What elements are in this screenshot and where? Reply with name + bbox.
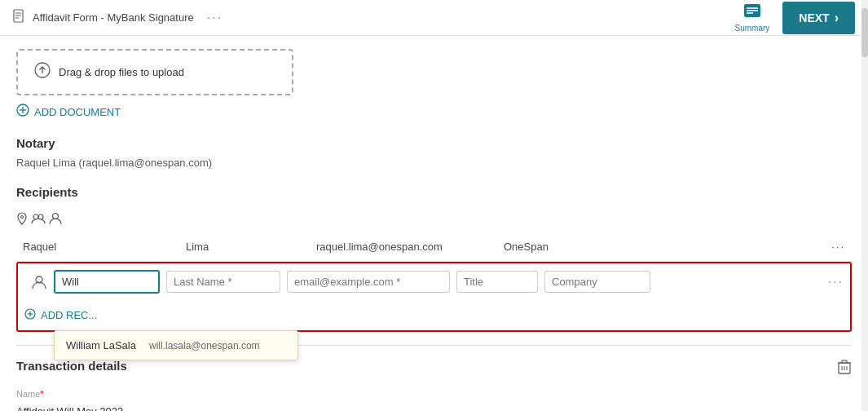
summary-label: Summary: [735, 24, 770, 33]
next-arrow-icon: ›: [835, 11, 839, 25]
autocomplete-item[interactable]: William LaSala will.lasala@onespan.com: [55, 331, 297, 360]
new-recipient-person-icon: [24, 275, 54, 289]
header: Affidavit Form - MyBank Signature ··· Su…: [0, 0, 868, 36]
summary-icon: [743, 3, 761, 22]
existing-recipient-row: Raquel Lima raquel.lima@onespan.com OneS…: [16, 232, 852, 262]
add-document-label: ADD DOCUMENT: [34, 106, 121, 118]
transaction-name-input[interactable]: [16, 402, 212, 411]
svg-point-13: [21, 216, 24, 219]
avatar-icon[interactable]: [49, 212, 62, 228]
transaction-header: Transaction details: [16, 359, 852, 379]
notary-section-title: Notary: [16, 136, 852, 150]
recipient-type-icons-row: [16, 206, 852, 232]
header-left: Affidavit Form - MyBank Signature ···: [13, 9, 223, 27]
add-recipient-button[interactable]: ADD REC...: [18, 300, 104, 330]
existing-company: OneSpan: [497, 241, 611, 253]
autocomplete-dropdown: William LaSala will.lasala@onespan.com: [54, 330, 298, 360]
new-recipient-last-name-input[interactable]: [166, 271, 280, 293]
existing-row-more-icon[interactable]: ···: [825, 241, 852, 253]
add-recipient-label: ADD REC...: [41, 309, 97, 321]
transaction-name-label: Name*: [16, 389, 852, 399]
location-pin-icon[interactable]: [16, 212, 28, 228]
autocomplete-email: will.lasala@onespan.com: [149, 340, 260, 351]
summary-button[interactable]: Summary: [729, 0, 777, 36]
transaction-name-field: Name*: [16, 389, 852, 411]
upload-text: Drag & drop files to upload: [59, 66, 184, 78]
existing-first-name: Raquel: [16, 241, 179, 253]
next-label: NEXT: [799, 11, 829, 24]
new-recipient-row: ···: [18, 263, 850, 300]
existing-email: raquel.lima@onespan.com: [310, 241, 497, 253]
notary-info: Raquel Lima (raquel.lima@onespan.com): [16, 157, 852, 169]
header-title: Affidavit Form - MyBank Signature: [33, 11, 194, 24]
upload-icon: [34, 62, 51, 82]
doc-icon: [13, 9, 26, 27]
header-right: Summary NEXT ›: [729, 0, 855, 36]
add-document-button[interactable]: ADD DOCUMENT: [16, 104, 121, 120]
trash-icon[interactable]: [837, 359, 852, 379]
recipients-section: Recipients: [16, 185, 852, 332]
new-recipient-company-input[interactable]: [544, 271, 650, 293]
next-button[interactable]: NEXT ›: [782, 2, 855, 34]
group-icon[interactable]: [31, 213, 46, 227]
recipients-section-title: Recipients: [16, 185, 852, 199]
new-recipient-first-name-input[interactable]: [54, 270, 160, 294]
upload-area[interactable]: Drag & drop files to upload: [16, 49, 293, 95]
scrollbar[interactable]: [861, 0, 868, 411]
svg-point-14: [33, 214, 38, 219]
new-recipient-more-icon[interactable]: ···: [822, 275, 844, 289]
add-document-icon: [16, 104, 29, 120]
app-container: Affidavit Form - MyBank Signature ··· Su…: [0, 0, 868, 411]
new-recipient-wrapper: ··· William LaSala will.lasala@onespan.c…: [16, 262, 852, 332]
svg-point-15: [38, 214, 43, 219]
autocomplete-name: William LaSala: [66, 339, 136, 351]
header-more-dots[interactable]: ···: [207, 11, 223, 25]
new-recipient-email-input[interactable]: [287, 271, 450, 293]
transaction-section-title: Transaction details: [16, 359, 127, 373]
add-recipient-icon: [24, 308, 36, 322]
main-content: Drag & drop files to upload ADD DOCUMENT…: [0, 36, 868, 411]
new-recipient-title-input[interactable]: [456, 271, 538, 293]
existing-last-name: Lima: [179, 241, 310, 253]
scrollbar-thumb[interactable]: [861, 8, 868, 57]
